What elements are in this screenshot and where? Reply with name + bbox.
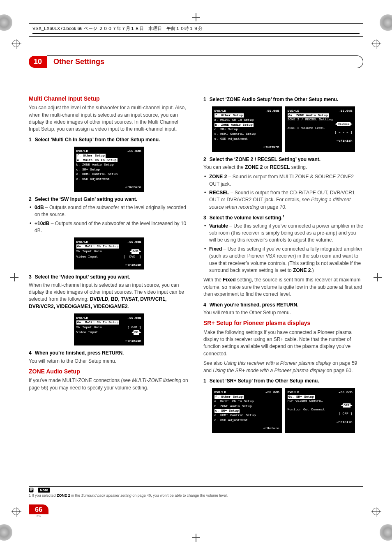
- bullet-recsel: RECSEL – Sound is output from the CD-R/T…: [209, 189, 363, 211]
- bullet-10db: +10dB – Outputs sound of the subwoofer a…: [35, 220, 189, 235]
- bullet-0db: 0dB – Outputs sound of the subwoofer at …: [35, 204, 189, 219]
- crop-mark: [10, 273, 18, 281]
- para-return-right: You will return to the Other Setup menu.: [203, 309, 363, 316]
- para-return-left: You will return to the Other Setup menu.: [29, 358, 189, 365]
- osd-multi-ch-2: DVD/LD–55.0dB 6a. Multi Ch In Setup SW I…: [74, 313, 144, 345]
- osd-multi-ch-1: DVD/LD–55.0dB 6a. Multi Ch In Setup SW I…: [74, 237, 144, 269]
- book-header-text: VSX_LX60LX70.book 66 ページ ２００７年７月１８日 水曜日 …: [32, 26, 203, 31]
- print-mark: [0, 524, 12, 541]
- para-fixed-note: With the Fixed setting, the source is se…: [203, 276, 363, 298]
- para-sr-intro: Make the following settings if you have …: [203, 329, 363, 358]
- crop-mark: [192, 13, 200, 21]
- print-mark: [380, 524, 392, 541]
- bullet-zone2: ZONE 2 – Sound is output from MULTI ZONE…: [209, 173, 363, 188]
- note-icon: [29, 488, 34, 493]
- registration-mark: [12, 40, 20, 47]
- para-sr-seealso: See also Using this receiver with a Pion…: [203, 360, 363, 374]
- bullet-fixed: Fixed – Use this setting if you’ve conne…: [209, 246, 363, 274]
- step-4-return-right: 4When you’re finished, press RETURN.: [203, 302, 363, 309]
- registration-mark: [372, 40, 380, 47]
- footnote-text: 1 If you selected ZONE 2 in the Surround…: [29, 493, 363, 497]
- page-number-block: 66 En: [29, 504, 48, 518]
- crop-mark: [374, 273, 382, 281]
- osd-other-setup: DVD/LD–55.0dB f. Other Setup a. Multi Ch…: [74, 147, 144, 192]
- crop-mark: [192, 534, 200, 542]
- footnote-area: Note 1 If you selected ZONE 2 in the Sur…: [29, 486, 363, 497]
- para-multi-intro: You can adjust the level of the subwoofe…: [29, 104, 189, 133]
- osd-sr-setup: DVD/LD–55.0dB 6c. SR+ Setup PDP Volume C…: [285, 388, 355, 433]
- page-number: 66: [29, 504, 48, 514]
- step-4-return-left: 4When you’re finished, press RETURN.: [29, 350, 189, 357]
- chapter-number: 10: [29, 56, 47, 68]
- osd-other-setup-zone: DVD/LD–55.0dB f. Other Setup a. Multi Ch…: [212, 106, 282, 152]
- para-video-input: When the multi-channel input is selected…: [29, 282, 189, 311]
- step-3-video-input: 3Select the ‘Video Input’ setting you wa…: [29, 274, 189, 281]
- step-1-zone: 1Select ‘ZONE Audio Setup’ from the Othe…: [203, 96, 363, 103]
- print-mark: [0, 14, 12, 31]
- para-zone-intro: If you’ve made MULTI-ZONE connections (s…: [29, 377, 189, 391]
- chapter-tab: 10 Other Settings: [29, 55, 363, 68]
- page-lang: En: [29, 514, 48, 518]
- heading-multi-channel: Multi Channel Input Setup: [29, 94, 189, 103]
- registration-mark: [372, 508, 380, 515]
- osd-zone-audio: DVD/LD–55.0dB 6a. ZONE Audio Setup ZONE …: [285, 106, 355, 152]
- step-2-zone: 2Select the ‘ZONE 2 / RECSEL Setting’ yo…: [203, 156, 363, 163]
- osd-other-setup-sr: DVD/LD–55.0dB f. Other Setup a. Multi Ch…: [212, 388, 282, 433]
- left-column: Multi Channel Input Setup You can adjust…: [29, 93, 189, 437]
- right-column: 1Select ‘ZONE Audio Setup’ from the Othe…: [203, 93, 363, 437]
- heading-sr-plus: SR+ Setup for Pioneer plasma displays: [203, 319, 363, 327]
- step-1-multi: 1Select ‘Multi Ch In Setup’ from the Oth…: [29, 136, 189, 143]
- book-header: VSX_LX60LX70.book 66 ページ ２００７年７月１８日 水曜日 …: [29, 23, 363, 37]
- heading-zone-audio: ZONE Audio Setup: [29, 367, 189, 375]
- note-label: Note: [38, 488, 50, 493]
- registration-mark: [12, 508, 20, 515]
- bullet-variable: Variable – Use this setting if you’ve co…: [209, 223, 363, 244]
- print-mark: [380, 14, 392, 31]
- chapter-title: Other Settings: [53, 58, 104, 66]
- step-1-sr: 1Select ‘SR+ Setup’ from the Other Setup…: [203, 378, 363, 385]
- para-select: You can select the ZONE 2 or RECSEL sett…: [203, 164, 363, 171]
- step-3-volume: 3Select the volume level setting.1: [203, 214, 363, 221]
- step-2-sw-gain: 2Select the ‘SW Input Gain’ setting you …: [29, 196, 189, 203]
